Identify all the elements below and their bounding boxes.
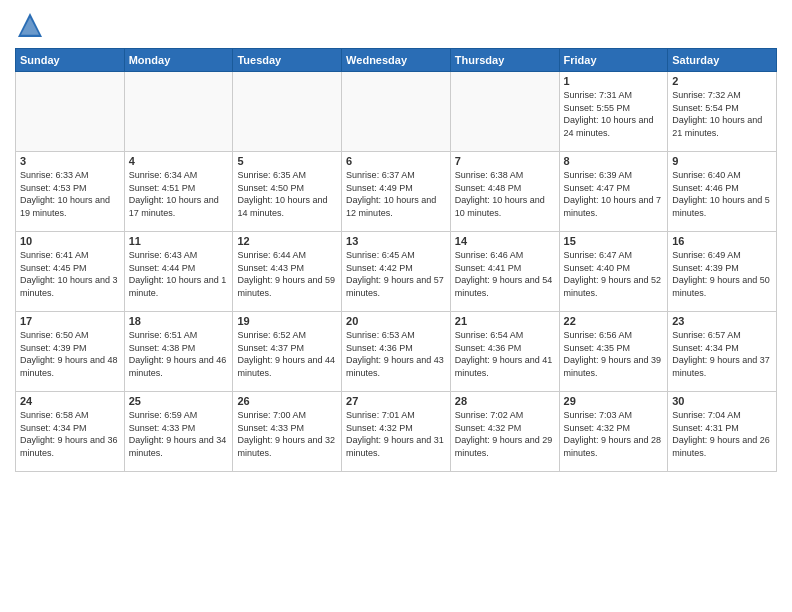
day-info: Sunrise: 6:37 AM Sunset: 4:49 PM Dayligh… <box>346 169 446 219</box>
day-cell <box>450 72 559 152</box>
day-number: 2 <box>672 75 772 87</box>
day-cell <box>342 72 451 152</box>
day-cell: 15Sunrise: 6:47 AM Sunset: 4:40 PM Dayli… <box>559 232 668 312</box>
day-number: 1 <box>564 75 664 87</box>
day-info: Sunrise: 6:53 AM Sunset: 4:36 PM Dayligh… <box>346 329 446 379</box>
day-cell: 24Sunrise: 6:58 AM Sunset: 4:34 PM Dayli… <box>16 392 125 472</box>
day-cell: 9Sunrise: 6:40 AM Sunset: 4:46 PM Daylig… <box>668 152 777 232</box>
day-info: Sunrise: 7:31 AM Sunset: 5:55 PM Dayligh… <box>564 89 664 139</box>
day-number: 20 <box>346 315 446 327</box>
day-number: 3 <box>20 155 120 167</box>
day-cell: 11Sunrise: 6:43 AM Sunset: 4:44 PM Dayli… <box>124 232 233 312</box>
day-info: Sunrise: 7:01 AM Sunset: 4:32 PM Dayligh… <box>346 409 446 459</box>
day-cell: 13Sunrise: 6:45 AM Sunset: 4:42 PM Dayli… <box>342 232 451 312</box>
day-cell: 8Sunrise: 6:39 AM Sunset: 4:47 PM Daylig… <box>559 152 668 232</box>
day-number: 7 <box>455 155 555 167</box>
logo-icon <box>15 10 45 40</box>
day-info: Sunrise: 7:04 AM Sunset: 4:31 PM Dayligh… <box>672 409 772 459</box>
day-number: 30 <box>672 395 772 407</box>
day-cell: 5Sunrise: 6:35 AM Sunset: 4:50 PM Daylig… <box>233 152 342 232</box>
day-cell: 4Sunrise: 6:34 AM Sunset: 4:51 PM Daylig… <box>124 152 233 232</box>
day-number: 4 <box>129 155 229 167</box>
day-info: Sunrise: 6:52 AM Sunset: 4:37 PM Dayligh… <box>237 329 337 379</box>
day-number: 9 <box>672 155 772 167</box>
day-cell: 16Sunrise: 6:49 AM Sunset: 4:39 PM Dayli… <box>668 232 777 312</box>
weekday-header-thursday: Thursday <box>450 49 559 72</box>
day-cell: 1Sunrise: 7:31 AM Sunset: 5:55 PM Daylig… <box>559 72 668 152</box>
weekday-header-row: SundayMondayTuesdayWednesdayThursdayFrid… <box>16 49 777 72</box>
day-cell <box>233 72 342 152</box>
week-row-1: 1Sunrise: 7:31 AM Sunset: 5:55 PM Daylig… <box>16 72 777 152</box>
day-info: Sunrise: 6:54 AM Sunset: 4:36 PM Dayligh… <box>455 329 555 379</box>
day-info: Sunrise: 6:51 AM Sunset: 4:38 PM Dayligh… <box>129 329 229 379</box>
weekday-header-saturday: Saturday <box>668 49 777 72</box>
day-number: 29 <box>564 395 664 407</box>
day-cell: 12Sunrise: 6:44 AM Sunset: 4:43 PM Dayli… <box>233 232 342 312</box>
day-cell <box>124 72 233 152</box>
weekday-header-friday: Friday <box>559 49 668 72</box>
day-cell: 19Sunrise: 6:52 AM Sunset: 4:37 PM Dayli… <box>233 312 342 392</box>
day-number: 24 <box>20 395 120 407</box>
day-cell: 21Sunrise: 6:54 AM Sunset: 4:36 PM Dayli… <box>450 312 559 392</box>
weekday-header-tuesday: Tuesday <box>233 49 342 72</box>
day-cell: 22Sunrise: 6:56 AM Sunset: 4:35 PM Dayli… <box>559 312 668 392</box>
day-info: Sunrise: 6:59 AM Sunset: 4:33 PM Dayligh… <box>129 409 229 459</box>
day-info: Sunrise: 6:40 AM Sunset: 4:46 PM Dayligh… <box>672 169 772 219</box>
day-info: Sunrise: 6:49 AM Sunset: 4:39 PM Dayligh… <box>672 249 772 299</box>
day-info: Sunrise: 6:33 AM Sunset: 4:53 PM Dayligh… <box>20 169 120 219</box>
day-info: Sunrise: 7:32 AM Sunset: 5:54 PM Dayligh… <box>672 89 772 139</box>
day-number: 5 <box>237 155 337 167</box>
day-number: 8 <box>564 155 664 167</box>
day-info: Sunrise: 6:50 AM Sunset: 4:39 PM Dayligh… <box>20 329 120 379</box>
day-number: 17 <box>20 315 120 327</box>
header <box>15 10 777 40</box>
day-number: 12 <box>237 235 337 247</box>
day-info: Sunrise: 6:34 AM Sunset: 4:51 PM Dayligh… <box>129 169 229 219</box>
day-info: Sunrise: 6:58 AM Sunset: 4:34 PM Dayligh… <box>20 409 120 459</box>
logo <box>15 10 49 40</box>
day-info: Sunrise: 6:41 AM Sunset: 4:45 PM Dayligh… <box>20 249 120 299</box>
day-number: 11 <box>129 235 229 247</box>
day-number: 10 <box>20 235 120 247</box>
day-info: Sunrise: 6:56 AM Sunset: 4:35 PM Dayligh… <box>564 329 664 379</box>
day-cell: 29Sunrise: 7:03 AM Sunset: 4:32 PM Dayli… <box>559 392 668 472</box>
day-number: 22 <box>564 315 664 327</box>
day-number: 18 <box>129 315 229 327</box>
week-row-4: 17Sunrise: 6:50 AM Sunset: 4:39 PM Dayli… <box>16 312 777 392</box>
day-cell: 17Sunrise: 6:50 AM Sunset: 4:39 PM Dayli… <box>16 312 125 392</box>
day-number: 26 <box>237 395 337 407</box>
weekday-header-monday: Monday <box>124 49 233 72</box>
day-cell: 25Sunrise: 6:59 AM Sunset: 4:33 PM Dayli… <box>124 392 233 472</box>
week-row-2: 3Sunrise: 6:33 AM Sunset: 4:53 PM Daylig… <box>16 152 777 232</box>
day-info: Sunrise: 6:47 AM Sunset: 4:40 PM Dayligh… <box>564 249 664 299</box>
day-number: 16 <box>672 235 772 247</box>
day-cell: 20Sunrise: 6:53 AM Sunset: 4:36 PM Dayli… <box>342 312 451 392</box>
day-cell: 23Sunrise: 6:57 AM Sunset: 4:34 PM Dayli… <box>668 312 777 392</box>
day-cell <box>16 72 125 152</box>
day-number: 14 <box>455 235 555 247</box>
day-info: Sunrise: 6:39 AM Sunset: 4:47 PM Dayligh… <box>564 169 664 219</box>
day-number: 6 <box>346 155 446 167</box>
week-row-3: 10Sunrise: 6:41 AM Sunset: 4:45 PM Dayli… <box>16 232 777 312</box>
day-cell: 27Sunrise: 7:01 AM Sunset: 4:32 PM Dayli… <box>342 392 451 472</box>
day-number: 13 <box>346 235 446 247</box>
day-info: Sunrise: 6:45 AM Sunset: 4:42 PM Dayligh… <box>346 249 446 299</box>
day-cell: 28Sunrise: 7:02 AM Sunset: 4:32 PM Dayli… <box>450 392 559 472</box>
day-cell: 14Sunrise: 6:46 AM Sunset: 4:41 PM Dayli… <box>450 232 559 312</box>
day-number: 25 <box>129 395 229 407</box>
day-cell: 26Sunrise: 7:00 AM Sunset: 4:33 PM Dayli… <box>233 392 342 472</box>
day-number: 23 <box>672 315 772 327</box>
day-cell: 10Sunrise: 6:41 AM Sunset: 4:45 PM Dayli… <box>16 232 125 312</box>
weekday-header-sunday: Sunday <box>16 49 125 72</box>
day-cell: 18Sunrise: 6:51 AM Sunset: 4:38 PM Dayli… <box>124 312 233 392</box>
day-info: Sunrise: 6:35 AM Sunset: 4:50 PM Dayligh… <box>237 169 337 219</box>
day-cell: 3Sunrise: 6:33 AM Sunset: 4:53 PM Daylig… <box>16 152 125 232</box>
day-info: Sunrise: 6:44 AM Sunset: 4:43 PM Dayligh… <box>237 249 337 299</box>
day-info: Sunrise: 7:02 AM Sunset: 4:32 PM Dayligh… <box>455 409 555 459</box>
day-number: 19 <box>237 315 337 327</box>
day-number: 21 <box>455 315 555 327</box>
day-cell: 30Sunrise: 7:04 AM Sunset: 4:31 PM Dayli… <box>668 392 777 472</box>
weekday-header-wednesday: Wednesday <box>342 49 451 72</box>
day-number: 28 <box>455 395 555 407</box>
day-info: Sunrise: 6:43 AM Sunset: 4:44 PM Dayligh… <box>129 249 229 299</box>
